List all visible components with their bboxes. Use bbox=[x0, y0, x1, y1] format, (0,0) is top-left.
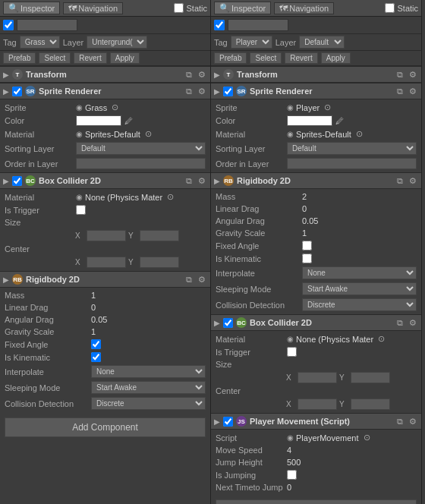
left-sprite-eyedropper-icon[interactable]: 🖉 bbox=[124, 116, 133, 125]
right-sprite-settings-btn[interactable]: ⚙ bbox=[408, 87, 418, 96]
right-sprite-material-pick-btn[interactable]: ⊙ bbox=[354, 129, 364, 139]
right-rb-kinematic-checkbox[interactable] bbox=[302, 254, 312, 263]
left-rb-lineardrag-value: 0 bbox=[91, 303, 96, 312]
right-sprite-color-swatch[interactable] bbox=[287, 115, 332, 126]
left-add-component-btn[interactable]: Add Component bbox=[5, 417, 206, 437]
left-bc-material-pick-btn[interactable]: ⊙ bbox=[165, 192, 175, 202]
left-boxcollider-header[interactable]: ▶ BC Box Collider 2D ⧉ ⚙ bbox=[0, 172, 210, 189]
right-inspector-tab[interactable]: 🔍 Inspector bbox=[214, 2, 271, 14]
left-sprite-order-row: Order in Layer -9 bbox=[0, 156, 210, 171]
right-pm-copy-btn[interactable]: ⧉ bbox=[395, 417, 405, 427]
left-bc-settings-btn[interactable]: ⚙ bbox=[197, 176, 207, 186]
left-object-name-input[interactable]: Grass bbox=[17, 19, 77, 31]
left-prefab-btn[interactable]: Prefab bbox=[3, 52, 36, 64]
left-transform-header[interactable]: ▶ T Transform ⧉ ⚙ bbox=[0, 66, 210, 83]
right-sprite-sorting-dropdown[interactable]: Default bbox=[287, 142, 417, 155]
right-bc-center-y-input[interactable]: 0 bbox=[351, 398, 390, 410]
left-rb-copy-btn[interactable]: ⧉ bbox=[184, 275, 194, 285]
right-pm-script-pick-btn[interactable]: ⊙ bbox=[362, 433, 372, 443]
left-sprite-material-pick-btn[interactable]: ⊙ bbox=[143, 129, 153, 139]
left-sprite-settings-btn[interactable]: ⚙ bbox=[197, 87, 207, 96]
right-bc-copy-btn[interactable]: ⧉ bbox=[395, 318, 405, 328]
left-sprite-color-swatch[interactable] bbox=[76, 115, 121, 126]
right-sprite-enabled-checkbox[interactable] bbox=[223, 87, 233, 96]
left-tag-dropdown[interactable]: Grass bbox=[20, 36, 60, 49]
left-bc-trigger-checkbox[interactable] bbox=[76, 205, 86, 215]
left-sprite-renderer-header[interactable]: ▶ SR Sprite Renderer ⧉ ⚙ bbox=[0, 83, 210, 99]
right-sprite-copy-btn[interactable]: ⧉ bbox=[395, 87, 405, 96]
right-sprite-order-input[interactable]: 0 bbox=[287, 158, 417, 169]
right-rb-copy-btn[interactable]: ⧉ bbox=[395, 176, 405, 186]
left-rb-interpolate-dropdown[interactable]: None bbox=[91, 365, 206, 378]
left-navigation-tab[interactable]: 🗺 Navigation bbox=[63, 2, 123, 14]
left-bc-copy-btn[interactable]: ⧉ bbox=[184, 176, 194, 186]
left-rb-settings-btn[interactable]: ⚙ bbox=[197, 275, 207, 285]
right-tag-dropdown[interactable]: Player bbox=[231, 36, 272, 49]
right-pm-enabled-checkbox[interactable] bbox=[223, 417, 233, 427]
left-transform-settings-btn[interactable]: ⚙ bbox=[197, 70, 207, 80]
right-pm-settings-btn[interactable]: ⚙ bbox=[408, 417, 418, 427]
left-layer-dropdown[interactable]: Untergrund(fü bbox=[87, 36, 147, 49]
right-bc-settings-btn[interactable]: ⚙ bbox=[408, 318, 418, 328]
left-bc-center-label: Center bbox=[5, 244, 73, 254]
left-rb-sleeping-dropdown[interactable]: Start Awake bbox=[91, 381, 206, 394]
right-bc-center-x-input[interactable]: 0 bbox=[298, 398, 337, 410]
left-sprite-enabled-checkbox[interactable] bbox=[12, 87, 22, 96]
left-sprite-sprite-pick-btn[interactable]: ⊙ bbox=[110, 102, 120, 112]
right-transform-header[interactable]: ▶ T Transform ⧉ ⚙ bbox=[211, 66, 421, 83]
left-object-active-checkbox[interactable] bbox=[3, 20, 14, 30]
left-rb-collision-dropdown[interactable]: Discrete bbox=[91, 397, 206, 410]
right-bc-enabled-checkbox[interactable] bbox=[223, 318, 233, 328]
right-add-component-btn[interactable]: Add Component bbox=[216, 499, 417, 504]
right-sprite-renderer-header[interactable]: ▶ SR Sprite Renderer ⧉ ⚙ bbox=[211, 83, 421, 99]
right-transform-settings-btn[interactable]: ⚙ bbox=[408, 70, 418, 80]
left-rigidbody-header[interactable]: ▶ RB Rigidbody 2D ⧉ ⚙ bbox=[0, 271, 210, 288]
right-pm-isjumping-checkbox[interactable] bbox=[287, 470, 297, 480]
right-revert-btn[interactable]: Revert bbox=[285, 52, 317, 64]
left-rb-kinematic-checkbox[interactable] bbox=[91, 352, 101, 362]
left-sprite-copy-btn[interactable]: ⧉ bbox=[184, 87, 194, 96]
right-bc-size-row: X 0.18 Y 0.5 bbox=[211, 370, 421, 385]
right-static-checkbox[interactable] bbox=[385, 3, 395, 13]
left-bc-size-y-input[interactable]: 0.76 bbox=[140, 230, 179, 241]
right-layer-dropdown[interactable]: Default bbox=[299, 36, 345, 49]
left-rb-fixedangle-checkbox[interactable] bbox=[91, 339, 101, 349]
left-revert-btn[interactable]: Revert bbox=[74, 52, 106, 64]
right-rb-settings-btn[interactable]: ⚙ bbox=[408, 176, 418, 186]
right-object-name-input[interactable]: Player bbox=[228, 19, 288, 31]
left-bc-size-x-input[interactable]: 6.07 bbox=[87, 230, 126, 241]
right-prefab-btn[interactable]: Prefab bbox=[214, 52, 247, 64]
right-bc-size-y-input[interactable]: 0.5 bbox=[351, 372, 390, 383]
right-navigation-tab[interactable]: 🗺 Navigation bbox=[274, 2, 334, 14]
right-transform-copy-btn[interactable]: ⧉ bbox=[395, 70, 405, 80]
left-apply-btn[interactable]: Apply bbox=[110, 52, 140, 64]
left-sprite-ref-icon: ◉ bbox=[76, 103, 83, 112]
right-rb-sleeping-dropdown[interactable]: Start Awake bbox=[302, 282, 417, 295]
right-select-btn[interactable]: Select bbox=[250, 52, 282, 64]
right-rb-interpolate-dropdown[interactable]: None bbox=[302, 266, 417, 279]
right-bc-size-x-input[interactable]: 0.18 bbox=[298, 372, 337, 383]
right-sprite-eyedropper-icon[interactable]: 🖉 bbox=[335, 116, 344, 125]
left-bc-center-x-input[interactable]: 0 bbox=[87, 257, 126, 268]
left-select-btn[interactable]: Select bbox=[39, 52, 71, 64]
right-object-active-checkbox[interactable] bbox=[214, 20, 225, 30]
right-transform-icon: T bbox=[223, 69, 234, 80]
left-inspector-tab[interactable]: 🔍 Inspector bbox=[3, 2, 60, 14]
left-static-checkbox[interactable] bbox=[174, 3, 184, 13]
right-boxcollider-header[interactable]: ▶ BC Box Collider 2D ⧉ ⚙ bbox=[211, 314, 421, 331]
left-bc-center-y-input[interactable]: 0 bbox=[140, 257, 179, 268]
left-transform-copy-btn[interactable]: ⧉ bbox=[184, 70, 194, 80]
right-playermovement-header[interactable]: ▶ JS Player Movement (Script) ⧉ ⚙ bbox=[211, 413, 421, 430]
right-rb-collision-dropdown[interactable]: Discrete bbox=[302, 298, 417, 311]
right-sprite-sprite-label: Sprite bbox=[216, 103, 284, 112]
left-bc-enabled-checkbox[interactable] bbox=[12, 176, 22, 186]
right-rb-fixedangle-checkbox[interactable] bbox=[302, 241, 312, 250]
left-sprite-order-input[interactable]: -9 bbox=[76, 158, 206, 169]
right-rigidbody-header[interactable]: ▶ RB Rigidbody 2D ⧉ ⚙ bbox=[211, 172, 421, 189]
right-bc-material-pick-btn[interactable]: ⊙ bbox=[376, 334, 386, 344]
left-sprite-sorting-dropdown[interactable]: Default bbox=[76, 142, 206, 155]
right-bc-trigger-checkbox[interactable] bbox=[287, 347, 297, 357]
right-apply-btn[interactable]: Apply bbox=[321, 52, 351, 64]
right-sprite-sprite-pick-btn[interactable]: ⊙ bbox=[323, 102, 332, 112]
right-pm-nexttimetojump-label: Next Timeto Jump bbox=[216, 483, 284, 492]
